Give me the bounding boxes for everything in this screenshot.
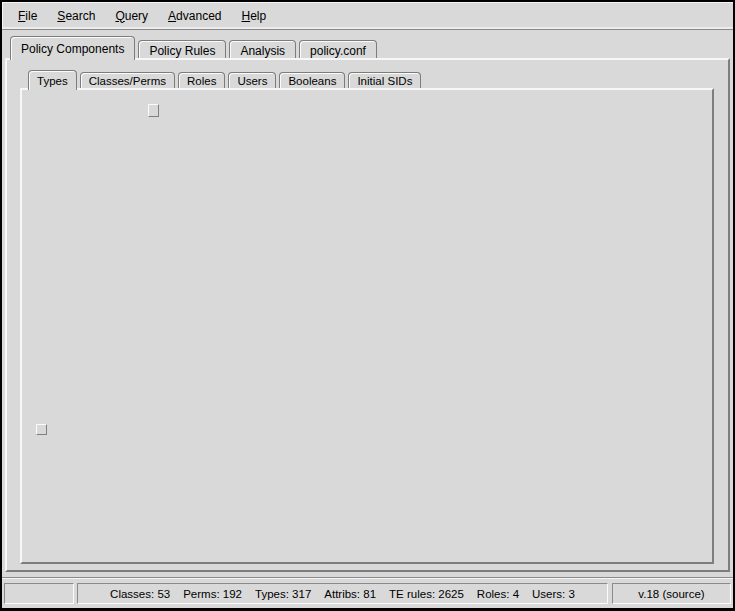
stat-te-rules: TE rules: 2625 <box>389 588 464 600</box>
status-cell-empty <box>4 583 74 604</box>
types-page <box>20 88 714 564</box>
tab-policy-rules[interactable]: Policy Rules <box>138 40 226 58</box>
menu-search[interactable]: Search <box>47 5 105 27</box>
main-tab-bar: Policy Components Policy Rules Analysis … <box>10 36 380 60</box>
tab-types[interactable]: Types <box>28 70 77 90</box>
stat-attribs: Attribs: 81 <box>324 588 376 600</box>
vertical-sash-handle[interactable] <box>148 104 159 117</box>
status-cell-version: v.18 (source) <box>612 583 731 604</box>
tab-analysis[interactable]: Analysis <box>229 40 296 58</box>
stat-perms: Perms: 192 <box>183 588 242 600</box>
components-tab-bar: Types Classes/Perms Roles Users Booleans… <box>28 70 424 90</box>
stat-types: Types: 317 <box>255 588 311 600</box>
tab-initial-sids[interactable]: Initial SIDs <box>348 72 421 88</box>
stat-users: Users: 3 <box>532 588 575 600</box>
tab-policy-conf[interactable]: policy.conf <box>299 40 377 58</box>
status-cell-stats: Classes: 53 Perms: 192 Types: 317 Attrib… <box>77 583 608 604</box>
menu-bar: File Search Query Advanced Help <box>2 2 733 30</box>
tab-roles[interactable]: Roles <box>178 72 225 88</box>
tab-classes-perms[interactable]: Classes/Perms <box>80 72 175 88</box>
menu-help[interactable]: Help <box>231 5 276 27</box>
horizontal-sash-handle[interactable] <box>36 424 47 435</box>
menu-advanced[interactable]: Advanced <box>158 5 231 27</box>
apol-window: File Search Query Advanced Help Policy C… <box>0 0 735 611</box>
stat-roles: Roles: 4 <box>477 588 519 600</box>
status-bar: Classes: 53 Perms: 192 Types: 317 Attrib… <box>0 577 735 609</box>
stat-classes: Classes: 53 <box>110 588 170 600</box>
tab-users[interactable]: Users <box>228 72 276 88</box>
tab-policy-components[interactable]: Policy Components <box>10 36 135 60</box>
menu-query[interactable]: Query <box>105 5 158 27</box>
policy-version: v.18 (source) <box>638 588 704 600</box>
menu-file[interactable]: File <box>8 5 47 27</box>
tab-booleans[interactable]: Booleans <box>279 72 345 88</box>
